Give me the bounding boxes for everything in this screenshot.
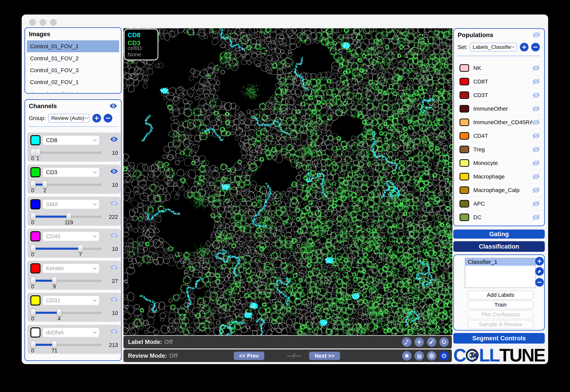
population-color-swatch[interactable] — [459, 119, 469, 126]
classifier-listbox[interactable]: Classifier_1 — [465, 258, 536, 288]
slider-low-handle[interactable] — [31, 341, 36, 349]
population-row-macrophage_calp[interactable]: Macrophage_Calp — [456, 183, 542, 197]
population-visibility-eye-icon[interactable] — [532, 92, 540, 98]
channel-name-select[interactable]: dsDNA — [43, 328, 99, 337]
next-button[interactable]: Next >> — [309, 352, 340, 360]
population-row-cd8t[interactable]: CD8T — [456, 75, 542, 88]
slider-low-handle[interactable] — [31, 181, 36, 188]
slider-high-handle[interactable] — [35, 149, 40, 156]
zoom-window-icon[interactable] — [50, 19, 56, 26]
gear-icon[interactable] — [427, 351, 436, 361]
channel-visibility-eye-icon[interactable] — [110, 200, 118, 207]
edit-classifier-button[interactable] — [535, 267, 544, 276]
slider-low-handle[interactable] — [31, 213, 36, 220]
slider-high-handle[interactable] — [42, 181, 47, 188]
add-classifier-button[interactable] — [535, 257, 544, 266]
edit-icon[interactable] — [415, 351, 424, 361]
population-set-select[interactable]: Labels_Classifie — [470, 43, 517, 51]
image-list-item[interactable]: Control_01_FOV_3 — [27, 64, 119, 76]
add-label-icon[interactable] — [415, 337, 424, 347]
population-visibility-eye-icon[interactable] — [532, 106, 540, 112]
add-labels-button[interactable]: Add Labels — [468, 291, 533, 299]
channel-color-swatch[interactable] — [30, 327, 41, 337]
sample-review-button[interactable]: Sample & Review — [468, 320, 533, 329]
image-list-item[interactable]: Control_01_FOV_1 — [27, 40, 119, 52]
image-list-item[interactable]: Control_01_FOV_2 — [27, 52, 119, 64]
channel-visibility-eye-icon[interactable] — [110, 232, 118, 239]
channel-range-slider[interactable] — [31, 245, 102, 252]
population-visibility-eye-icon[interactable] — [532, 65, 540, 71]
population-color-swatch[interactable] — [459, 105, 469, 112]
plot-confusions-button[interactable]: Plot Confusions — [468, 310, 533, 319]
population-color-swatch[interactable] — [459, 91, 469, 99]
channel-name-select[interactable]: SMA — [43, 200, 99, 209]
channel-name-select[interactable]: CD31 — [43, 296, 99, 305]
add-population-set-button[interactable] — [520, 43, 528, 51]
power-icon[interactable] — [439, 351, 449, 361]
channel-visibility-eye-icon[interactable] — [110, 296, 118, 303]
slider-high-handle[interactable] — [52, 341, 57, 349]
population-row-immuneother_cd45ra[interactable]: ImmuneOther_CD45RA — [456, 115, 542, 129]
image-viewer[interactable]: CD8CD3 cellID: None — [124, 28, 452, 335]
population-visibility-eye-icon[interactable] — [532, 160, 540, 166]
population-row-macrophage[interactable]: Macrophage — [456, 170, 542, 183]
channel-visibility-eye-icon[interactable] — [110, 328, 118, 335]
slider-low-handle[interactable] — [31, 277, 36, 284]
population-row-cd3t[interactable]: CD3T — [456, 88, 542, 102]
population-visibility-eye-icon[interactable] — [532, 119, 540, 125]
channel-name-select[interactable]: CD3 — [43, 168, 99, 177]
slider-high-handle[interactable] — [78, 245, 83, 252]
channel-color-swatch[interactable] — [30, 263, 41, 273]
populations-visibility-eye-icon[interactable] — [532, 32, 540, 39]
remove-channel-button[interactable] — [104, 114, 112, 123]
population-color-swatch[interactable] — [459, 146, 469, 153]
population-visibility-eye-icon[interactable] — [532, 174, 540, 180]
population-row-monocyte[interactable]: Monocyte — [456, 156, 542, 170]
microscopy-canvas[interactable] — [124, 28, 452, 335]
population-row-treg[interactable]: Treg — [456, 142, 542, 156]
population-visibility-eye-icon[interactable] — [532, 187, 540, 193]
population-row-apc[interactable]: APC — [456, 197, 542, 210]
population-visibility-eye-icon[interactable] — [532, 146, 540, 153]
channel-range-slider[interactable] — [31, 341, 102, 349]
population-row-immuneother[interactable]: ImmuneOther — [456, 102, 542, 115]
minimize-window-icon[interactable] — [40, 19, 46, 26]
slider-high-handle[interactable] — [66, 213, 71, 220]
image-list-item[interactable]: Control_02_FOV_2 — [27, 88, 119, 92]
population-visibility-eye-icon[interactable] — [532, 214, 540, 220]
channel-range-slider[interactable] — [31, 309, 102, 316]
channel-color-swatch[interactable] — [30, 295, 41, 306]
slider-high-handle[interactable] — [52, 277, 57, 284]
undo-icon[interactable] — [439, 337, 449, 347]
label-unknown-wand-icon[interactable]: ? — [402, 337, 412, 347]
population-visibility-eye-icon[interactable] — [532, 201, 540, 207]
remove-population-set-button[interactable] — [531, 43, 540, 51]
channel-visibility-eye-icon[interactable] — [110, 168, 118, 175]
gating-button[interactable]: Gating — [453, 230, 545, 238]
population-row-cd4t[interactable]: CD4T — [456, 129, 542, 142]
population-row-nk[interactable]: NK — [456, 61, 542, 75]
home-icon[interactable] — [402, 351, 412, 361]
channel-color-swatch[interactable] — [30, 231, 41, 241]
clear-broom-icon[interactable] — [427, 337, 436, 347]
channel-color-swatch[interactable] — [30, 135, 41, 145]
population-color-swatch[interactable] — [459, 132, 469, 140]
add-channel-button[interactable] — [92, 114, 101, 123]
population-color-swatch[interactable] — [459, 64, 469, 72]
population-color-swatch[interactable] — [459, 173, 469, 180]
slider-low-handle[interactable] — [31, 309, 36, 316]
slider-track[interactable] — [31, 152, 102, 154]
channel-name-select[interactable]: Keratin — [43, 264, 99, 273]
remove-classifier-button[interactable] — [535, 278, 544, 287]
population-color-swatch[interactable] — [459, 213, 469, 221]
population-color-swatch[interactable] — [459, 200, 469, 208]
population-color-swatch[interactable] — [459, 159, 469, 167]
train-button[interactable]: Train — [468, 300, 533, 309]
channel-visibility-eye-icon[interactable] — [110, 136, 118, 143]
population-color-swatch[interactable] — [459, 186, 469, 194]
channels-visibility-eye-icon[interactable] — [109, 103, 117, 110]
channel-range-slider[interactable] — [31, 277, 102, 284]
population-color-swatch[interactable] — [459, 78, 469, 85]
image-list-item[interactable]: Control_02_FOV_1 — [27, 76, 119, 88]
population-visibility-eye-icon[interactable] — [532, 133, 540, 139]
